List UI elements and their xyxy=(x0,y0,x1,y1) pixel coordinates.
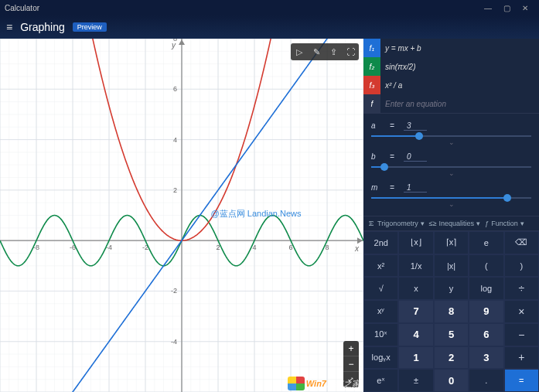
key-logᵧx[interactable]: logᵧx xyxy=(363,346,398,370)
key-xʸ[interactable]: xʸ xyxy=(363,300,398,323)
svg-text:6: 6 xyxy=(173,85,177,93)
key-eˣ[interactable]: eˣ xyxy=(363,369,398,392)
key-e[interactable]: e xyxy=(469,231,503,254)
variable-name: a xyxy=(371,121,382,131)
watermark-text: @蓝点网 Landian.News xyxy=(211,208,302,220)
key-y[interactable]: y xyxy=(434,277,469,300)
variable-name: b xyxy=(371,152,382,162)
equation-text[interactable]: sin(πx/2) xyxy=(380,63,539,71)
key-0[interactable]: 0 xyxy=(434,369,469,392)
zoom-out-button[interactable]: − xyxy=(343,356,359,372)
equation-list: f₁y = mx + bf₂sin(πx/2)f₃x² / afEnter an… xyxy=(363,39,539,113)
equation-tag[interactable]: f₁ xyxy=(363,39,380,57)
key-([interactable]: ( xyxy=(469,254,503,278)
key-⌈x⌉[interactable]: ⌈x⌉ xyxy=(434,231,469,254)
share-icon[interactable]: ⇪ xyxy=(325,43,342,60)
variable-row: b=0 ⌄ xyxy=(371,152,531,177)
equation-row[interactable]: fEnter an equation xyxy=(363,94,539,113)
equation-row[interactable]: f₁y = mx + b xyxy=(363,39,539,57)
trig-icon: ⨊ xyxy=(368,220,375,227)
equation-text[interactable]: x² / a xyxy=(380,81,539,90)
equation-text[interactable]: y = mx + b xyxy=(380,44,539,53)
variable-slider[interactable] xyxy=(371,163,531,171)
svg-text:-4: -4 xyxy=(171,338,177,346)
variable-value[interactable]: 1 xyxy=(404,183,427,193)
key-×[interactable]: × xyxy=(504,300,539,323)
graph-options-icon[interactable]: ⛶ xyxy=(342,43,359,60)
variable-slider[interactable] xyxy=(371,132,531,140)
key-6[interactable]: 6 xyxy=(469,323,503,346)
key-+[interactable]: + xyxy=(504,346,539,370)
zoom-in-button[interactable]: + xyxy=(343,341,359,356)
equation-tag[interactable]: f xyxy=(363,94,380,113)
svg-text:4: 4 xyxy=(173,136,177,144)
key-2nd[interactable]: 2nd xyxy=(363,231,398,254)
maximize-button[interactable]: ▢ xyxy=(497,4,516,12)
side-panel: f₁y = mx + bf₂sin(πx/2)f₃x² / afEnter an… xyxy=(363,39,539,392)
key-|x|[interactable]: |x| xyxy=(434,254,469,278)
hamburger-icon[interactable]: ≡ xyxy=(6,21,12,33)
key-x[interactable]: x xyxy=(398,277,433,300)
svg-marker-92 xyxy=(179,39,185,45)
func-icon: ƒ xyxy=(485,220,489,227)
variable-row: a=3 ⌄ xyxy=(371,121,531,146)
variable-value[interactable]: 0 xyxy=(404,152,427,162)
corner-watermark-text: Win7系统之家 xyxy=(306,378,360,390)
key-3[interactable]: 3 xyxy=(469,346,503,370)
key-7[interactable]: 7 xyxy=(398,300,433,323)
equation-tag[interactable]: f₂ xyxy=(363,57,380,76)
key-⌊x⌋[interactable]: ⌊x⌋ xyxy=(398,231,433,254)
key-.[interactable]: . xyxy=(469,369,503,392)
inequalities-dropdown[interactable]: ≤≥Inequalities▾ xyxy=(429,220,480,227)
cursor-tool-icon[interactable]: ▷ xyxy=(291,43,308,60)
mode-title: Graphing xyxy=(20,21,65,33)
key-9[interactable]: 9 xyxy=(469,300,503,323)
minimize-button[interactable]: — xyxy=(479,4,497,12)
windows-flag-icon xyxy=(288,377,305,390)
graph-toolbar: ▷ ✎ ⇪ ⛶ xyxy=(291,43,359,60)
equation-text[interactable]: Enter an equation xyxy=(380,100,539,108)
corner-watermark: Win7系统之家 xyxy=(288,377,360,390)
svg-text:-2: -2 xyxy=(171,287,177,295)
graph-canvas[interactable]: -8-6-4-22468-4-22468xy ▷ ✎ ⇪ ⛶ + − ⤢ @蓝点… xyxy=(0,39,363,392)
close-button[interactable]: ✕ xyxy=(516,4,534,12)
equation-row[interactable]: f₃x² / a xyxy=(363,76,539,94)
chevron-down-icon: ▾ xyxy=(421,220,425,227)
key-=[interactable]: = xyxy=(504,369,539,392)
trig-dropdown[interactable]: ⨊Trigonometry▾ xyxy=(368,220,425,227)
key-4[interactable]: 4 xyxy=(398,323,433,346)
key-x²[interactable]: x² xyxy=(363,254,398,278)
equation-tag[interactable]: f₃ xyxy=(363,76,380,94)
titlebar: Calculator — ▢ ✕ xyxy=(0,0,539,15)
key-)[interactable]: ) xyxy=(504,254,539,278)
function-dropdown[interactable]: ƒFunction▾ xyxy=(485,220,524,227)
key-−[interactable]: − xyxy=(504,323,539,346)
trace-tool-icon[interactable]: ✎ xyxy=(308,43,325,60)
chevron-down-icon: ▾ xyxy=(476,220,480,227)
header: ≡ Graphing Preview xyxy=(0,15,539,39)
preview-badge: Preview xyxy=(73,22,107,32)
key-log[interactable]: log xyxy=(469,277,503,300)
key-5[interactable]: 5 xyxy=(434,323,469,346)
variable-slider[interactable] xyxy=(371,194,531,202)
key-1[interactable]: 1 xyxy=(398,346,433,370)
category-row: ⨊Trigonometry▾ ≤≥Inequalities▾ ƒFunction… xyxy=(363,216,539,231)
app-name: Calculator xyxy=(5,4,39,12)
graph-svg: -8-6-4-22468-4-22468xy xyxy=(0,39,363,392)
key-⌫[interactable]: ⌫ xyxy=(504,231,539,254)
svg-text:y: y xyxy=(171,41,176,49)
variables-panel: a=3 ⌄b=0 ⌄m=1 ⌄ xyxy=(363,113,539,216)
ineq-icon: ≤≥ xyxy=(429,220,437,227)
variable-row: m=1 ⌄ xyxy=(371,183,531,208)
variable-value[interactable]: 3 xyxy=(404,121,427,131)
key-8[interactable]: 8 xyxy=(434,300,469,323)
key-√[interactable]: √ xyxy=(363,277,398,300)
key-±[interactable]: ± xyxy=(398,369,433,392)
key-1/x[interactable]: 1/x xyxy=(398,254,433,278)
variable-name: m xyxy=(371,183,382,193)
equation-row[interactable]: f₂sin(πx/2) xyxy=(363,57,539,76)
key-10ˣ[interactable]: 10ˣ xyxy=(363,323,398,346)
svg-text:x: x xyxy=(354,244,360,253)
key-÷[interactable]: ÷ xyxy=(504,277,539,300)
key-2[interactable]: 2 xyxy=(434,346,469,370)
